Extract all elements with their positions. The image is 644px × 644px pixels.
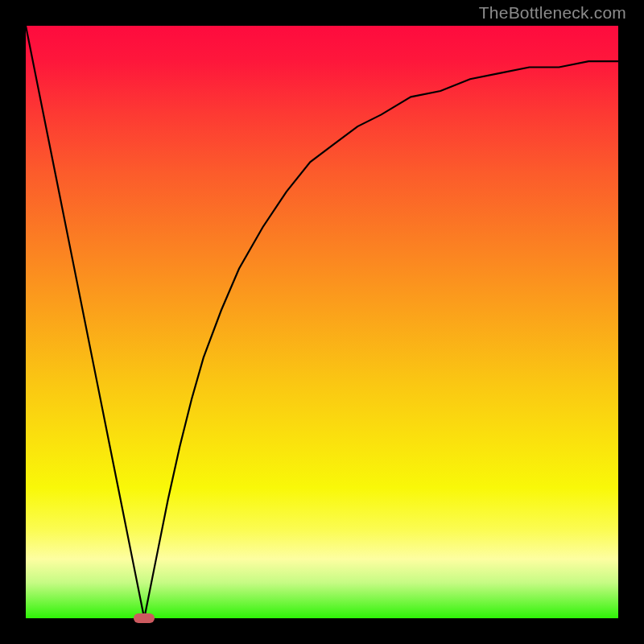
watermark-text: TheBottleneck.com (479, 3, 626, 23)
bottleneck-curve (26, 26, 618, 618)
curve-svg (26, 26, 618, 618)
critical-point-marker (134, 613, 155, 623)
chart-frame: TheBottleneck.com (0, 0, 644, 644)
